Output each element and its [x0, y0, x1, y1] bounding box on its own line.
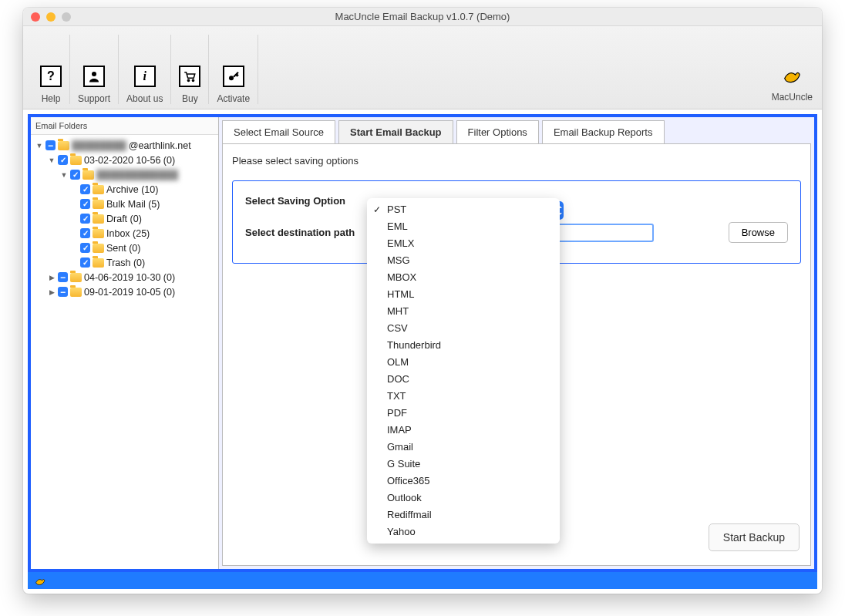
dropdown-option[interactable]: Office365 [367, 473, 560, 490]
brand-icon [781, 64, 803, 86]
window-controls [31, 12, 71, 22]
collapse-icon[interactable]: − [45, 140, 56, 150]
dropdown-option[interactable]: Yahoo [367, 523, 560, 540]
dropdown-option[interactable]: EML [367, 218, 560, 235]
chevron-down-icon[interactable]: ▼ [48, 157, 56, 164]
tree-leaf[interactable]: ✓ Archive (10) [34, 182, 215, 197]
main-panel: Select Email Source Start Email Backup F… [219, 117, 814, 569]
checkbox-icon[interactable]: ✓ [80, 199, 90, 209]
collapse-icon[interactable]: − [58, 287, 68, 297]
dropdown-option[interactable]: MHT [367, 303, 560, 320]
toolbar-buy[interactable]: Buy [171, 35, 209, 104]
sidebar-header: Email Folders [31, 117, 218, 135]
toolbar-activate[interactable]: Activate [209, 35, 258, 104]
checkbox-icon[interactable]: ✓ [80, 258, 90, 268]
browse-button[interactable]: Browse [729, 222, 788, 243]
destination-path-label: Select destination path [245, 227, 369, 238]
tree-leaf[interactable]: ✓ Trash (0) [34, 255, 215, 270]
saving-option-label: Select Saving Option [245, 195, 369, 207]
tree-leaf[interactable]: ✓ Sent (0) [34, 241, 215, 255]
folder-tree: ▼ − ████████@earthlink.net ▼ ✓ 03-02-202… [31, 135, 218, 302]
cart-icon [179, 66, 200, 87]
checkbox-icon[interactable]: ✓ [58, 155, 68, 165]
folder-icon [70, 288, 82, 297]
tree-node[interactable]: ▶ − 09-01-2019 10-05 (0) [34, 284, 215, 299]
backup-panel: Please select saving options Select Savi… [222, 143, 811, 566]
tab-select-source[interactable]: Select Email Source [222, 120, 335, 144]
tree-root[interactable]: ▼ − ████████@earthlink.net [34, 138, 215, 153]
dropdown-option[interactable]: DOC [367, 371, 560, 388]
dropdown-option[interactable]: MSG [367, 252, 560, 269]
dropdown-option[interactable]: IMAP [367, 422, 560, 439]
dropdown-option[interactable]: HTML [367, 286, 560, 303]
tree-node[interactable]: ▼ ✓ ████████████ [34, 167, 215, 182]
folder-icon [58, 141, 69, 150]
maximize-icon[interactable] [62, 12, 71, 22]
panel-prompt: Please select saving options [232, 155, 801, 167]
tree-leaf[interactable]: ✓ Draft (0) [34, 211, 215, 226]
chevron-down-icon[interactable]: ▼ [35, 142, 43, 150]
folder-icon [82, 170, 94, 180]
checkbox-icon[interactable]: ✓ [70, 170, 80, 180]
support-icon [83, 66, 105, 87]
chevron-down-icon[interactable]: ▼ [60, 171, 68, 179]
toolbar: ? Help Support i About us Buy Activate [23, 26, 822, 109]
tree-label: 03-02-2020 10-56 (0) [84, 155, 175, 166]
brand: MacUncle [772, 64, 813, 104]
folder-icon [93, 229, 104, 238]
dropdown-option[interactable]: OLM [367, 354, 560, 371]
tab-bar: Select Email Source Start Email Backup F… [222, 120, 811, 144]
dropdown-option[interactable]: CSV [367, 320, 560, 337]
minimize-icon[interactable] [46, 12, 56, 22]
chevron-right-icon[interactable]: ▶ [48, 274, 56, 281]
tab-backup-reports[interactable]: Email Backup Reports [542, 120, 665, 144]
checkbox-icon[interactable]: ✓ [80, 228, 90, 238]
toolbar-support[interactable]: Support [70, 35, 119, 104]
toolbar-about[interactable]: i About us [119, 35, 171, 104]
dropdown-option[interactable]: Thunderbird [367, 337, 560, 354]
tree-label: Bulk Mail (5) [106, 199, 160, 210]
dropdown-option[interactable]: Rediffmail [367, 507, 560, 523]
tree-label: Trash (0) [106, 258, 145, 268]
dropdown-option[interactable]: G Suite [367, 456, 560, 473]
dropdown-option[interactable]: MBOX [367, 269, 560, 286]
close-icon[interactable] [31, 12, 40, 22]
folder-icon [70, 273, 82, 282]
tree-node[interactable]: ▼ ✓ 03-02-2020 10-56 (0) [34, 153, 215, 167]
tree-label: 09-01-2019 10-05 (0) [84, 287, 175, 298]
chevron-right-icon[interactable]: ▶ [48, 288, 56, 296]
folder-icon [93, 244, 104, 253]
titlebar: MacUncle Email Backup v1.0.7 (Demo) [23, 8, 822, 26]
app-window: MacUncle Email Backup v1.0.7 (Demo) ? He… [23, 8, 822, 594]
tree-label: Inbox (25) [106, 228, 150, 239]
checkbox-icon[interactable]: ✓ [80, 184, 90, 194]
svg-point-2 [193, 79, 194, 81]
help-icon: ? [40, 66, 62, 87]
start-backup-button[interactable]: Start Backup [709, 523, 800, 551]
tree-label: ████████ [72, 140, 126, 151]
content-area: Email Folders ▼ − ████████@earthlink.net… [28, 114, 817, 572]
tab-start-backup[interactable]: Start Email Backup [338, 120, 453, 144]
tree-leaf[interactable]: ✓ Bulk Mail (5) [34, 197, 215, 211]
checkbox-icon[interactable]: ✓ [80, 214, 90, 224]
folder-icon [93, 214, 104, 224]
tree-label: Draft (0) [106, 214, 142, 224]
tree-label: 04-06-2019 10-30 (0) [84, 272, 175, 283]
tree-label: Sent (0) [106, 243, 140, 254]
dropdown-option[interactable]: TXT [367, 388, 560, 405]
folder-icon [93, 185, 104, 194]
info-icon: i [134, 66, 156, 87]
toolbar-help[interactable]: ? Help [32, 35, 70, 104]
tree-leaf[interactable]: ✓ Inbox (25) [34, 226, 215, 241]
tree-node[interactable]: ▶ − 04-06-2019 10-30 (0) [34, 270, 215, 284]
tab-filter-options[interactable]: Filter Options [456, 120, 539, 144]
collapse-icon[interactable]: − [58, 272, 68, 282]
dropdown-option[interactable]: PDF [367, 405, 560, 422]
folder-icon [93, 258, 104, 268]
dropdown-option[interactable]: PST [367, 201, 560, 218]
dropdown-option[interactable]: EMLX [367, 235, 560, 252]
dropdown-option[interactable]: Gmail [367, 439, 560, 456]
checkbox-icon[interactable]: ✓ [80, 243, 90, 253]
tree-label: Archive (10) [106, 184, 158, 195]
dropdown-option[interactable]: Outlook [367, 490, 560, 507]
